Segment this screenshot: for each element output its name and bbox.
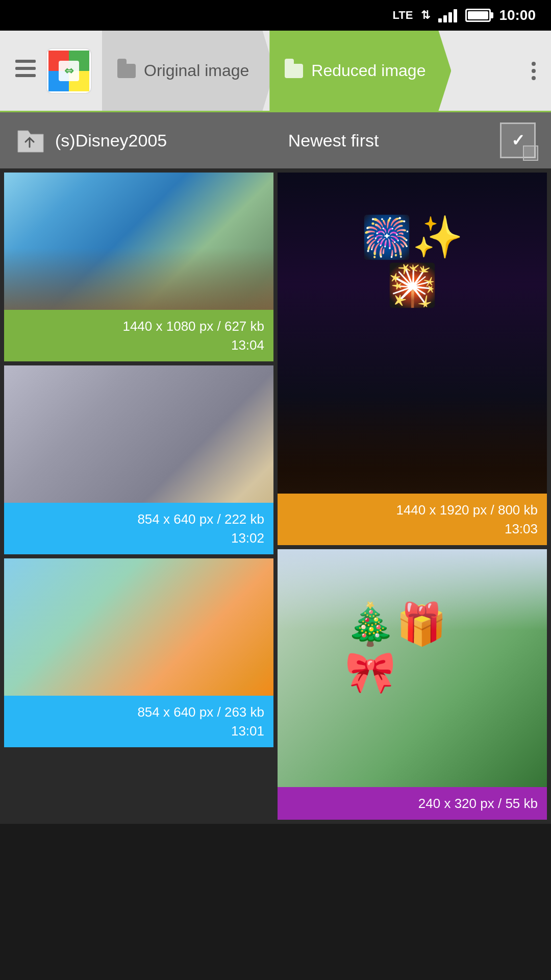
tab-original-label: Original image xyxy=(144,61,249,80)
tab-reduced-label: Reduced image xyxy=(311,61,425,80)
tabs-container: Original image Reduced image xyxy=(102,31,521,111)
signal-strength-icon xyxy=(438,8,457,22)
image-dims: 854 x 640 px / 263 kb xyxy=(137,704,264,720)
select-all-button[interactable] xyxy=(500,122,536,158)
more-dot xyxy=(532,69,536,73)
image-dims: 240 x 320 px / 55 kb xyxy=(418,796,538,811)
image-item[interactable]: 240 x 320 px / 55 kb xyxy=(278,549,547,820)
select-all-overlay-icon xyxy=(523,145,538,161)
clock: 10:00 xyxy=(499,7,536,23)
svg-rect-0 xyxy=(15,60,36,63)
folder-navigation: (s)Disney2005 xyxy=(15,127,167,155)
image-item[interactable]: 1440 x 1080 px / 627 kb 13:04 xyxy=(4,173,273,361)
signal-arrows: ⇅ xyxy=(421,9,430,22)
image-grid: 1440 x 1080 px / 627 kb 13:04 854 x 640 … xyxy=(0,168,551,824)
folder-name-label: (s)Disney2005 xyxy=(55,131,167,151)
image-dims: 1440 x 1920 px / 800 kb xyxy=(396,502,538,518)
folder-icon xyxy=(117,64,136,78)
image-time: 13:02 xyxy=(231,530,264,546)
image-item[interactable]: 854 x 640 px / 263 kb 13:01 xyxy=(4,558,273,747)
logo-arrows-icon: ⇔ xyxy=(59,61,79,81)
hamburger-button[interactable] xyxy=(5,55,46,87)
more-dot xyxy=(532,62,536,66)
left-column: 1440 x 1080 px / 627 kb 13:04 854 x 640 … xyxy=(4,173,273,820)
more-menu-button[interactable] xyxy=(521,57,546,85)
lte-icon: LTE xyxy=(392,9,413,22)
svg-rect-1 xyxy=(15,67,36,70)
app-header: ⇔ Original image Reduced image xyxy=(0,31,551,112)
image-info-label: 1440 x 1080 px / 627 kb 13:04 xyxy=(4,310,273,361)
image-thumbnail xyxy=(278,549,547,820)
tab-reduced-image[interactable]: Reduced image xyxy=(269,31,451,111)
image-info-label: 854 x 640 px / 263 kb 13:01 xyxy=(4,696,273,747)
image-item[interactable]: 854 x 640 px / 222 kb 13:02 xyxy=(4,365,273,554)
image-time: 13:04 xyxy=(231,337,264,353)
image-time: 13:01 xyxy=(231,723,264,739)
svg-rect-2 xyxy=(15,74,36,77)
image-info-label: 854 x 640 px / 222 kb 13:02 xyxy=(4,503,273,554)
image-item[interactable]: 1440 x 1920 px / 800 kb 13:03 xyxy=(278,173,547,545)
right-column: 1440 x 1920 px / 800 kb 13:03 240 x 320 … xyxy=(278,173,547,820)
folder-icon-reduced xyxy=(285,64,303,78)
sort-label: Newest first xyxy=(288,131,379,150)
image-info-label: 240 x 320 px / 55 kb xyxy=(278,787,547,820)
image-info-label: 1440 x 1920 px / 800 kb 13:03 xyxy=(278,494,547,545)
image-time: 13:03 xyxy=(505,521,538,536)
app-logo: ⇔ xyxy=(46,48,92,94)
tab-original-image[interactable]: Original image xyxy=(102,31,274,111)
image-thumbnail xyxy=(278,173,547,545)
image-dims: 854 x 640 px / 222 kb xyxy=(137,511,264,527)
status-bar: LTE ⇅ 10:00 xyxy=(0,0,551,31)
more-dot xyxy=(532,76,536,80)
battery-icon xyxy=(465,9,491,22)
toolbar: (s)Disney2005 Newest first xyxy=(0,112,551,168)
folder-up-icon[interactable] xyxy=(15,127,46,155)
sort-button[interactable]: Newest first xyxy=(167,131,500,151)
image-dims: 1440 x 1080 px / 627 kb xyxy=(122,318,264,334)
